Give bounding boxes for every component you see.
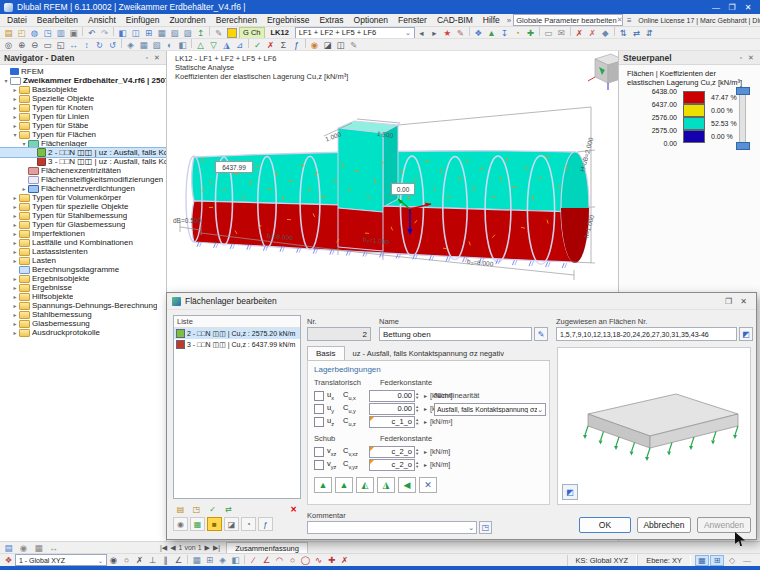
toolbar-icon[interactable]: ✗ bbox=[264, 39, 277, 50]
snap-tool-icon[interactable]: ∠ bbox=[172, 555, 185, 566]
pager-prev-icon[interactable]: ◀ bbox=[170, 544, 175, 552]
tree-item[interactable]: Flächenexzentrizitäten bbox=[0, 166, 166, 175]
menu-item[interactable]: Ergebnisse bbox=[262, 15, 315, 25]
toolbar-icon[interactable]: ★ bbox=[441, 27, 454, 38]
tree-item[interactable]: ▸ Lasten bbox=[0, 256, 166, 265]
close-panel-icon[interactable]: ✕ bbox=[746, 54, 756, 62]
tab-zusammenfassung[interactable]: Zusammenfassung bbox=[226, 542, 308, 554]
toolbar-icon[interactable] bbox=[191, 39, 192, 48]
dialog-bottom-icon[interactable]: ◉ bbox=[173, 517, 188, 531]
toolbar-icon[interactable]: ✗ bbox=[573, 27, 586, 38]
view-cube[interactable] bbox=[588, 54, 618, 90]
dialog-close-button[interactable]: ✕ bbox=[736, 297, 751, 306]
tree-item[interactable]: ▾ Typen für Flächen bbox=[0, 130, 166, 139]
close-button[interactable]: ✕ bbox=[740, 3, 756, 12]
toolbar-icon[interactable]: ⇵ bbox=[643, 27, 656, 38]
toolbar-icon[interactable] bbox=[539, 27, 540, 36]
load-combination-select[interactable]: LF1 + LF2 + LF5 + LF6 bbox=[295, 27, 415, 39]
detail-arrow-icon[interactable]: ▸ bbox=[424, 405, 427, 412]
toolbar-icon[interactable]: ✉ bbox=[555, 27, 568, 38]
snap-toggle-icon[interactable]: — bbox=[740, 555, 754, 566]
expand-arrow-icon[interactable]: ▸ bbox=[11, 86, 19, 93]
tree-item[interactable]: ▸ Typen für spezielle Objekte bbox=[0, 202, 166, 211]
toolbar-icon[interactable]: ◐ bbox=[163, 39, 176, 50]
spinner-icon[interactable] bbox=[416, 392, 423, 399]
support-type-button[interactable]: ▲ bbox=[314, 477, 332, 493]
tree-item[interactable]: ▸ Typen für Knoten bbox=[0, 103, 166, 112]
close-panel-icon[interactable]: ✕ bbox=[152, 54, 162, 62]
toolbar-icon[interactable]: ✓ bbox=[251, 39, 264, 50]
menu-item[interactable]: CAD-BIM bbox=[432, 15, 478, 25]
expand-arrow-icon[interactable]: ▸ bbox=[11, 104, 19, 111]
spinner-icon[interactable] bbox=[416, 448, 423, 455]
expand-arrow-icon[interactable]: ▸ bbox=[11, 122, 19, 129]
toolbar-icon[interactable]: ▲ bbox=[485, 27, 498, 38]
tree-item[interactable]: ▾ Flächenlager bbox=[0, 139, 166, 148]
support-type-button[interactable]: ✕ bbox=[419, 477, 437, 493]
toolbar-icon[interactable]: ▧ bbox=[150, 39, 163, 50]
tree-item[interactable]: ▸ Lastfälle und Kombinationen bbox=[0, 238, 166, 247]
toolbar-icon[interactable] bbox=[248, 39, 249, 48]
expand-arrow-icon[interactable]: ▸ bbox=[11, 302, 19, 309]
toolbar-icon[interactable]: ↥ bbox=[194, 27, 207, 38]
tree-item[interactable]: ▸ Typen für Glasbemessung bbox=[0, 220, 166, 229]
toolbar-icon[interactable]: ◧ bbox=[176, 39, 189, 50]
tree-item[interactable]: RFEM bbox=[0, 67, 166, 76]
menu-item[interactable]: Einfügen bbox=[121, 15, 165, 25]
snap-tool-icon[interactable] bbox=[187, 555, 188, 564]
tree-item[interactable]: ▸ Stahlbemessung bbox=[0, 310, 166, 319]
snap-tool-icon[interactable]: ◯ bbox=[299, 555, 312, 566]
spinner-icon[interactable] bbox=[416, 461, 423, 468]
tree-item[interactable]: 2 - □□N ◫◫ | uz : Ausfall, falls Kontakt… bbox=[0, 148, 166, 157]
toolbar-icon[interactable]: ✎ bbox=[212, 27, 225, 38]
apply-button[interactable]: Anwenden bbox=[697, 517, 751, 533]
slider-handle-bottom[interactable] bbox=[736, 142, 750, 150]
toolbar-icon[interactable]: ✎ bbox=[347, 39, 360, 50]
toolbar-icon[interactable]: ◈ bbox=[124, 39, 137, 50]
next-combination-icon[interactable]: ▸ bbox=[428, 27, 441, 38]
toolbar-icon[interactable]: ◳ bbox=[41, 27, 54, 38]
snap-tool-icon[interactable]: ∕ bbox=[247, 555, 260, 566]
slider-handle-top[interactable] bbox=[736, 87, 750, 95]
spring-constant-input[interactable]: 0.00 bbox=[369, 403, 415, 415]
toolbar-icon[interactable]: ◱ bbox=[54, 39, 67, 50]
toolbar-icon[interactable]: ▥ bbox=[54, 27, 67, 38]
support-type-button[interactable]: ◮ bbox=[377, 477, 395, 493]
toolbar-icon[interactable] bbox=[614, 27, 615, 36]
cancel-button[interactable]: Abbrechen bbox=[637, 517, 691, 533]
tree-item[interactable]: ▸ Flächennetzverdichtungen bbox=[0, 184, 166, 193]
expand-arrow-icon[interactable]: ▸ bbox=[11, 212, 19, 219]
snap-tool-icon[interactable]: ◉ bbox=[107, 555, 120, 566]
dialog-bottom-icon[interactable]: ◔ bbox=[241, 517, 256, 531]
pin-icon[interactable]: ▫ bbox=[142, 54, 152, 61]
dialog-bottom-icon[interactable]: ƒ bbox=[258, 517, 273, 531]
toolbar-icon[interactable]: ◍ bbox=[28, 27, 41, 38]
toolbar-icon[interactable]: ▽ bbox=[207, 39, 220, 50]
snap-toggle-icon[interactable]: ▦ bbox=[695, 555, 709, 566]
tree-item[interactable]: ▸ Basisobjekte bbox=[0, 85, 166, 94]
toolbar-icon[interactable]: ▣ bbox=[67, 27, 80, 38]
snap-tool-icon[interactable]: ◈ bbox=[216, 555, 229, 566]
tree-item[interactable]: ▸ Glasbemessung bbox=[0, 319, 166, 328]
gch-toggle[interactable]: G Ch bbox=[239, 27, 265, 39]
toolbar-icon[interactable] bbox=[82, 27, 83, 36]
menu-item[interactable]: Berechnen bbox=[211, 15, 262, 25]
tree-item[interactable]: Berechnungsdiagramme bbox=[0, 265, 166, 274]
kommentar-copy-icon[interactable]: ◳ bbox=[479, 521, 492, 534]
tree-item[interactable]: Flächensteifigkeitsmodifizierungen bbox=[0, 175, 166, 184]
list-toolbar-icon[interactable]: ✓ bbox=[205, 502, 220, 516]
detail-arrow-icon[interactable]: ▸ bbox=[424, 461, 427, 468]
scale-color-block[interactable] bbox=[683, 104, 705, 117]
overflow-chevron-icon[interactable]: » bbox=[507, 16, 511, 25]
toolbar-icon[interactable]: ◪ bbox=[321, 39, 334, 50]
toolbar-icon[interactable]: ◆ bbox=[599, 27, 612, 38]
pager-next-icon[interactable]: ▶ bbox=[205, 544, 210, 552]
menu-item[interactable]: Extras bbox=[314, 15, 348, 25]
toolbar-icon[interactable]: ◧ bbox=[116, 27, 129, 38]
support-type-button[interactable]: ◀ bbox=[398, 477, 416, 493]
previous-combination-icon[interactable]: ◂ bbox=[415, 27, 428, 38]
list-toolbar-icon[interactable]: ⇄ bbox=[221, 502, 236, 516]
expand-arrow-icon[interactable]: ▸ bbox=[11, 320, 19, 327]
snap-toggle-icon[interactable]: ⊞ bbox=[710, 555, 724, 566]
toolbar-icon[interactable]: ✚ bbox=[524, 27, 537, 38]
